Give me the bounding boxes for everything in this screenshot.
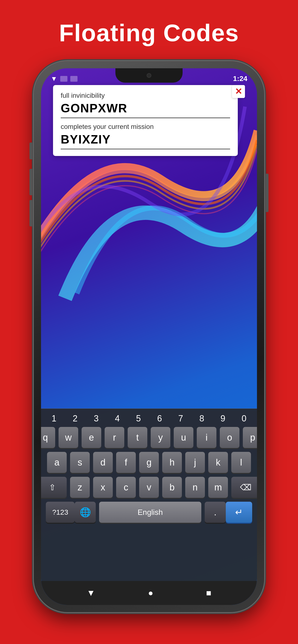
key-l[interactable]: l — [231, 452, 251, 473]
period-key[interactable]: . — [205, 502, 226, 523]
app-title-text: Floating Codes — [59, 19, 239, 47]
power-button[interactable] — [266, 174, 268, 212]
shift-key[interactable]: ⇧ — [41, 477, 67, 498]
key-7[interactable]: 7 — [171, 414, 191, 424]
volume-mute-button[interactable] — [30, 142, 32, 159]
key-y[interactable]: y — [151, 427, 170, 448]
key-e[interactable]: e — [82, 427, 101, 448]
space-key[interactable]: English — [99, 502, 201, 523]
key-f[interactable]: f — [116, 452, 136, 473]
key-h[interactable]: h — [162, 452, 182, 473]
notch — [115, 68, 183, 83]
key-4[interactable]: 4 — [107, 414, 128, 424]
key-s[interactable]: s — [70, 452, 90, 473]
key-8[interactable]: 8 — [192, 414, 212, 424]
key-q[interactable]: q — [41, 427, 55, 448]
keyboard-icon — [70, 76, 77, 82]
wifi-icon: ▼ — [51, 75, 57, 83]
phone-screen: ▼ 1:24 full invinicibility GONPXWR compl… — [41, 68, 257, 605]
back-nav-button[interactable]: ▼ — [87, 588, 95, 598]
key-9[interactable]: 9 — [213, 414, 233, 424]
key-a[interactable]: a — [47, 452, 67, 473]
code-label-2: completes your current mission — [61, 123, 230, 130]
home-nav-button[interactable]: ● — [148, 588, 153, 598]
code-value-2: BYIXZIY — [61, 132, 230, 149]
key-k[interactable]: k — [208, 452, 228, 473]
signal-icon — [60, 76, 67, 82]
key-6[interactable]: 6 — [150, 414, 170, 424]
volume-down-button[interactable] — [30, 200, 32, 226]
key-w[interactable]: w — [59, 427, 78, 448]
status-time: 1:24 — [233, 74, 247, 83]
key-r[interactable]: r — [105, 427, 124, 448]
key-j[interactable]: j — [185, 452, 205, 473]
key-v[interactable]: v — [139, 477, 159, 498]
front-camera — [146, 73, 152, 78]
status-icons-left: ▼ — [51, 75, 77, 83]
volume-up-button[interactable] — [30, 169, 32, 195]
key-b[interactable]: b — [162, 477, 182, 498]
key-1[interactable]: 1 — [44, 414, 64, 424]
keyboard: 1 2 3 4 5 6 7 8 9 0 q w e r t — [41, 408, 257, 605]
code-label-1: full invinicibility — [61, 92, 230, 100]
return-key[interactable]: ↵ — [226, 502, 252, 523]
key-2[interactable]: 2 — [65, 414, 85, 424]
number-row: 1 2 3 4 5 6 7 8 9 0 — [41, 409, 257, 425]
nav-bar: ▼ ● ■ — [41, 581, 257, 605]
keyboard-row-1: q w e r t y u i o p — [41, 425, 257, 450]
close-icon: ✕ — [235, 87, 242, 96]
key-o[interactable]: o — [220, 427, 239, 448]
phone-wrapper: ▼ 1:24 full invinicibility GONPXWR compl… — [34, 61, 264, 612]
key-p[interactable]: p — [243, 427, 257, 448]
key-n[interactable]: n — [185, 477, 205, 498]
key-5[interactable]: 5 — [128, 414, 149, 424]
keyboard-row-2: a s d f g h j k l — [41, 450, 257, 475]
close-button[interactable]: ✕ — [232, 85, 245, 98]
key-d[interactable]: d — [93, 452, 113, 473]
key-c[interactable]: c — [116, 477, 136, 498]
key-u[interactable]: u — [174, 427, 193, 448]
phone-shell: ▼ 1:24 full invinicibility GONPXWR compl… — [34, 61, 264, 612]
key-t[interactable]: t — [128, 427, 147, 448]
backspace-key[interactable]: ⌫ — [231, 477, 257, 498]
keyboard-bottom-row: ?123 🌐 English . ↵ — [41, 500, 257, 525]
key-0[interactable]: 0 — [234, 414, 254, 424]
key-x[interactable]: x — [93, 477, 113, 498]
key-i[interactable]: i — [197, 427, 216, 448]
key-m[interactable]: m — [208, 477, 228, 498]
num-switch-key[interactable]: ?123 — [46, 502, 75, 523]
key-z[interactable]: z — [70, 477, 90, 498]
keyboard-row-3: ⇧ z x c v b n m ⌫ — [41, 475, 257, 500]
globe-key[interactable]: 🌐 — [75, 502, 96, 523]
codes-card: full invinicibility GONPXWR completes yo… — [53, 85, 238, 156]
recent-nav-button[interactable]: ■ — [206, 588, 211, 598]
key-3[interactable]: 3 — [86, 414, 106, 424]
key-g[interactable]: g — [139, 452, 159, 473]
code-value-1: GONPXWR — [61, 101, 230, 118]
